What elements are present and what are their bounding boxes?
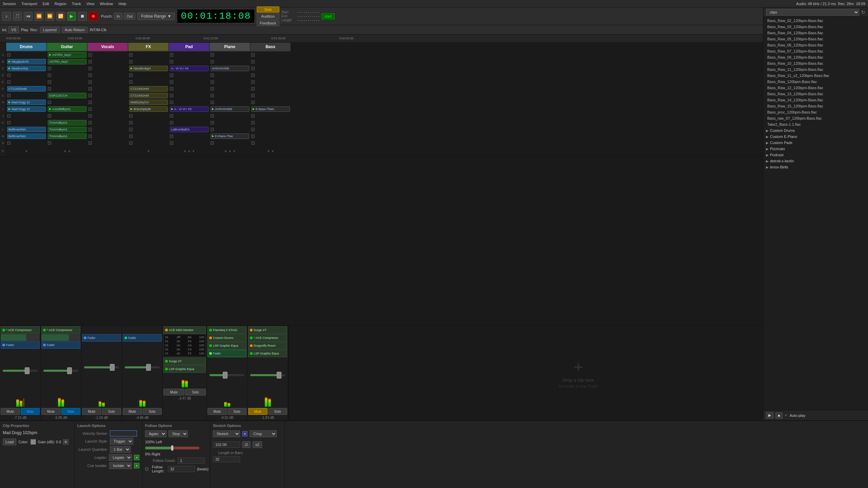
- file-item-7[interactable]: Bass_Raw_09_120bpm-Bass.flac: [763, 54, 868, 60]
- file-item-9[interactable]: Bass_Raw_11_120bpm-Bass.flac: [763, 66, 868, 73]
- fx-solo-btn[interactable]: Solo: [143, 408, 162, 415]
- fx-fader-track[interactable]: [125, 366, 160, 368]
- fx-fader-slot[interactable]: Fader: [123, 334, 162, 342]
- div2-btn[interactable]: /2: [242, 441, 251, 448]
- transport-play-btn[interactable]: ▶: [67, 12, 76, 21]
- guitar-compressor-slot[interactable]: * ACE Compressor: [41, 326, 80, 334]
- transport-next-marker[interactable]: ⏩: [45, 12, 54, 21]
- clip-e-pad[interactable]: [169, 79, 210, 85]
- vocals-solo-btn[interactable]: Solo: [102, 408, 121, 415]
- menu-view[interactable]: View: [86, 2, 95, 6]
- lr-thumb[interactable]: [171, 445, 173, 451]
- length-bars-input[interactable]: [213, 456, 240, 462]
- pad-surge-slot[interactable]: Surge XT: [163, 358, 206, 365]
- follow-length-checkbox[interactable]: ☐: [145, 467, 149, 471]
- clip-b-pad[interactable]: [169, 58, 210, 65]
- piano-header[interactable]: Piano: [210, 43, 250, 52]
- transport-record-btn[interactable]: ⏺: [89, 12, 98, 21]
- clip-c-drums[interactable]: ▶Nbadrumlop: [6, 65, 47, 72]
- clip-d-piano[interactable]: [210, 72, 250, 79]
- clip-c-guitar[interactable]: [47, 65, 87, 72]
- bass-dragonfly-slot[interactable]: Dragonfly Room: [248, 342, 287, 349]
- clip-h-pad[interactable]: [169, 99, 210, 106]
- piano-solo-btn[interactable]: Solo: [228, 408, 247, 415]
- file-item-13[interactable]: Bass_Raw_13_120bpm-Bass.flac: [763, 91, 868, 97]
- clip-i-piano[interactable]: ▶AVIIIVIIVI69I: [210, 106, 250, 113]
- bass-compressor-slot[interactable]: * ACE Compresso: [248, 334, 287, 342]
- layered-dropdown[interactable]: Layered: [40, 27, 60, 33]
- mul2-btn[interactable]: x2: [253, 441, 262, 448]
- guitar-solo-btn[interactable]: Solo: [61, 408, 81, 415]
- file-item-11[interactable]: Bass_Raw_120bpm-Bass.flac: [763, 79, 868, 85]
- clip-m-drums[interactable]: BellKrachWv: [6, 133, 47, 140]
- clip-g-piano[interactable]: [210, 92, 250, 99]
- file-item-1[interactable]: Bass_Raw_02_120bpm-Bass.flac: [763, 18, 868, 24]
- clip-c-pad[interactable]: A - VI VI i VII: [169, 65, 210, 72]
- clip-m-pad[interactable]: [169, 133, 210, 140]
- clip-c-vocals[interactable]: [87, 65, 128, 72]
- clip-i-vocals[interactable]: [87, 106, 128, 113]
- bass-mute-btn[interactable]: Mute: [248, 408, 268, 415]
- menu-edit[interactable]: Edit: [43, 2, 49, 6]
- guitar-fader-track[interactable]: [43, 370, 79, 372]
- clip-a-drums[interactable]: [6, 52, 47, 58]
- right-panel-refresh-icon[interactable]: ↻: [861, 9, 865, 15]
- drums-solo-btn[interactable]: Solo: [21, 408, 40, 415]
- clip-a-vocals[interactable]: [87, 52, 128, 58]
- clip-d-bass[interactable]: [250, 72, 291, 79]
- auto-return-btn[interactable]: Auto Return: [62, 27, 88, 33]
- file-item-6[interactable]: Bass_Raw_07_120bpm-Bass.flac: [763, 48, 868, 54]
- guitar-header[interactable]: Guitar: [47, 43, 87, 52]
- again-select[interactable]: Again: [145, 430, 166, 437]
- clip-j-bass[interactable]: [250, 113, 291, 119]
- clip-k-bass[interactable]: [250, 119, 291, 126]
- vocals-fader-track[interactable]: [84, 366, 119, 368]
- clip-g-pad[interactable]: [169, 92, 210, 99]
- clip-n-fx[interactable]: [128, 140, 169, 146]
- clip-j-guitar[interactable]: [47, 113, 87, 119]
- clip-h-vocals[interactable]: [87, 99, 128, 106]
- punch-out-btn[interactable]: Out: [124, 13, 135, 20]
- clip-k-guitar[interactable]: TrnArndkym1: [47, 119, 87, 126]
- clip-n-pad[interactable]: [169, 140, 210, 146]
- bass-header[interactable]: Bass: [250, 43, 291, 52]
- vs-btn[interactable]: VS: [8, 26, 19, 33]
- solo-btn[interactable]: Solo: [257, 6, 279, 13]
- bass-fader-thumb[interactable]: [277, 372, 281, 379]
- piano-dragonfly-slot[interactable]: Custom Drums: [208, 334, 246, 342]
- stop-select[interactable]: Stop: [169, 430, 188, 437]
- drums-mute-btn[interactable]: Mute: [1, 408, 20, 415]
- clip-k-vocals[interactable]: [87, 119, 128, 126]
- file-item-2[interactable]: Bass_Raw_03_120bpm-Bass.flac: [763, 24, 868, 30]
- audition-btn[interactable]: Audition: [257, 13, 279, 19]
- clip-f-guitar[interactable]: [47, 85, 87, 92]
- clip-j-drums[interactable]: [6, 113, 47, 119]
- clip-a-bass[interactable]: [250, 52, 291, 58]
- pad-lsp-slot[interactable]: LSP Graphic Equa: [163, 365, 206, 373]
- transport-loop-btn[interactable]: 🔁: [56, 12, 65, 21]
- folder-podcast[interactable]: ▶ Podcast: [763, 152, 868, 158]
- autoplay-play-btn[interactable]: ▶: [766, 412, 773, 419]
- clip-d-guitar[interactable]: [47, 72, 87, 79]
- clip-k-drums[interactable]: [6, 119, 47, 126]
- clip-i-bass[interactable]: ▶E-Bass-Them: [250, 106, 291, 113]
- clip-i-fx[interactable]: ▶BranchpkyBr: [128, 106, 169, 113]
- pad-midi-slot[interactable]: ACE MIDI Monitor: [163, 326, 206, 334]
- clip-e-drums[interactable]: [6, 79, 47, 85]
- clip-d-drums[interactable]: [6, 72, 47, 79]
- clip-gain-toggle[interactable]: ⚙: [63, 439, 68, 445]
- drums-header[interactable]: Drums: [6, 43, 47, 52]
- clip-f-pad[interactable]: [169, 85, 210, 92]
- clip-b-drums[interactable]: ▶Nbygbydrmli: [6, 58, 47, 65]
- guitar-mute-btn[interactable]: Mute: [41, 408, 61, 415]
- file-item-16[interactable]: Bass_proc_120bpm-Bass.flac: [763, 109, 868, 115]
- punch-in-btn[interactable]: In: [114, 13, 122, 20]
- vocals-fader-thumb[interactable]: [110, 364, 115, 371]
- clip-e-bass[interactable]: [250, 79, 291, 85]
- guitar-fader-thumb[interactable]: [67, 367, 72, 374]
- piano-fader-track[interactable]: [210, 374, 245, 376]
- lr-slider[interactable]: [145, 447, 199, 449]
- folder-custom-epiano[interactable]: ▶ Custom E-Piano: [763, 134, 868, 140]
- clip-j-vocals[interactable]: [87, 113, 128, 119]
- clip-j-piano[interactable]: [210, 113, 250, 119]
